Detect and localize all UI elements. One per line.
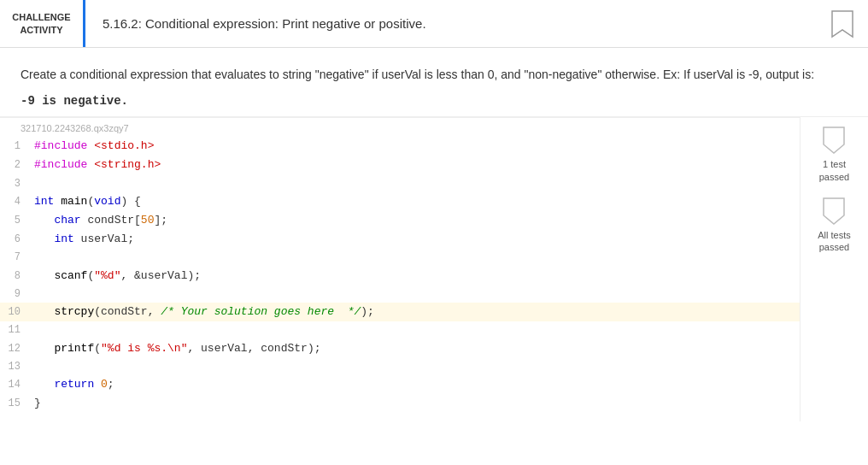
badge-text: CHALLENGE ACTIVITY <box>12 11 70 36</box>
code-line-highlight[interactable]: 10 strcpy(condStr, /* Your solution goes… <box>0 303 800 321</box>
bookmark-area[interactable] <box>817 0 868 47</box>
code-line: 12 printf("%d is %s.\n", userVal, condSt… <box>0 339 800 358</box>
code-line: 1 #include <stdio.h> <box>0 137 800 156</box>
code-line: 8 scanf("%d", &userVal); <box>0 267 800 285</box>
test1-label: 1 testpassed <box>819 158 849 183</box>
code-section: 321710.2243268.qx3zqy7 1 #include <stdio… <box>0 117 868 421</box>
code-line: 9 <box>0 285 800 303</box>
challenge-title: 5.16.2: Conditional expression: Print ne… <box>85 0 817 47</box>
code-line: 13 <box>0 358 800 375</box>
code-line: 6 int userVal; <box>0 230 800 249</box>
code-line: 7 <box>0 249 800 266</box>
code-editor-area[interactable]: 321710.2243268.qx3zqy7 1 #include <stdio… <box>0 117 800 421</box>
right-sidebar: 1 testpassed All testspassed <box>800 117 868 421</box>
description-area: Create a conditional expression that eva… <box>0 48 868 117</box>
shield-icon-test1 <box>822 126 846 155</box>
example-output: -9 is negative. <box>21 94 847 108</box>
code-line: 4 int main(void) { <box>0 192 800 211</box>
code-line: 15 } <box>0 394 800 413</box>
challenge-activity-badge: CHALLENGE ACTIVITY <box>0 0 85 47</box>
code-id: 321710.2243268.qx3zqy7 <box>0 118 800 137</box>
code-line: 14 return 0; <box>0 375 800 394</box>
bookmark-icon <box>830 9 854 38</box>
header: CHALLENGE ACTIVITY 5.16.2: Conditional e… <box>0 0 868 48</box>
code-line: 11 <box>0 321 800 338</box>
test2-label: All testspassed <box>818 229 851 254</box>
test1-badge: 1 testpassed <box>819 126 849 183</box>
challenge-description: Create a conditional expression that eva… <box>21 65 847 84</box>
code-line: 3 <box>0 175 800 192</box>
shield-icon-test2 <box>822 197 846 226</box>
code-line: 2 #include <string.h> <box>0 156 800 174</box>
test2-badge: All testspassed <box>818 197 851 254</box>
code-line: 5 char condStr[50]; <box>0 211 800 230</box>
code-editor[interactable]: 1 #include <stdio.h> 2 #include <string.… <box>0 137 800 421</box>
